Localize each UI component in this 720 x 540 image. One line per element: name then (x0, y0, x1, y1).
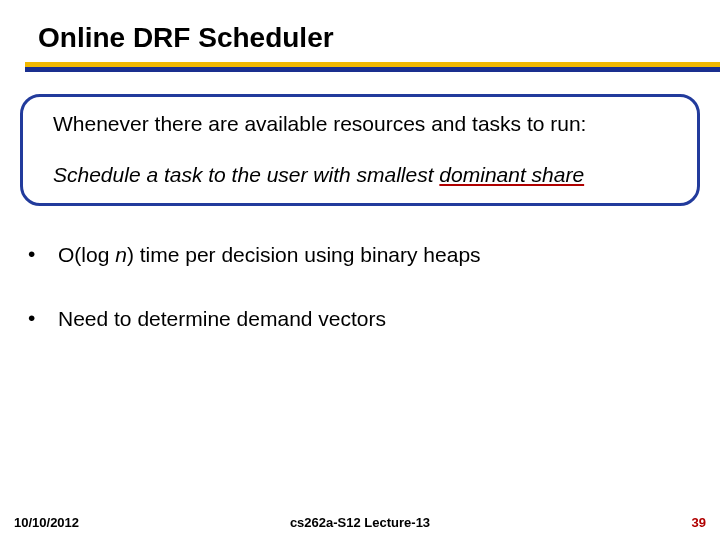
footer-course: cs262a-S12 Lecture-13 (0, 515, 720, 530)
bullet-item: • Need to determine demand vectors (28, 306, 688, 332)
callout-line2: Schedule a task to the user with smalles… (53, 162, 673, 187)
callout-line2-highlight: dominant share (439, 163, 584, 186)
bullet-item: • O(log n) time per decision using binar… (28, 242, 688, 268)
b0-ital: n (115, 243, 127, 266)
callout-line1: Whenever there are available resources a… (53, 111, 673, 136)
b1-prefix: Need to determine demand vectors (58, 307, 386, 330)
bullet-dot: • (28, 306, 58, 330)
title-underline (25, 62, 720, 72)
bullet-dot: • (28, 242, 58, 266)
bullet-text: O(log n) time per decision using binary … (58, 242, 688, 268)
slide-title: Online DRF Scheduler (38, 22, 334, 54)
slide: Online DRF Scheduler Whenever there are … (0, 0, 720, 540)
b0-prefix: O(log (58, 243, 115, 266)
footer-page-number: 39 (692, 515, 706, 530)
rule-navy (25, 67, 720, 72)
b0-suffix: ) time per decision using binary heaps (127, 243, 481, 266)
callout-box: Whenever there are available resources a… (20, 94, 700, 206)
footer: 10/10/2012 cs262a-S12 Lecture-13 39 (0, 510, 720, 530)
bullet-text: Need to determine demand vectors (58, 306, 688, 332)
callout-line2-prefix: Schedule a task to the user with smalles… (53, 163, 439, 186)
bullet-list: • O(log n) time per decision using binar… (28, 242, 688, 371)
